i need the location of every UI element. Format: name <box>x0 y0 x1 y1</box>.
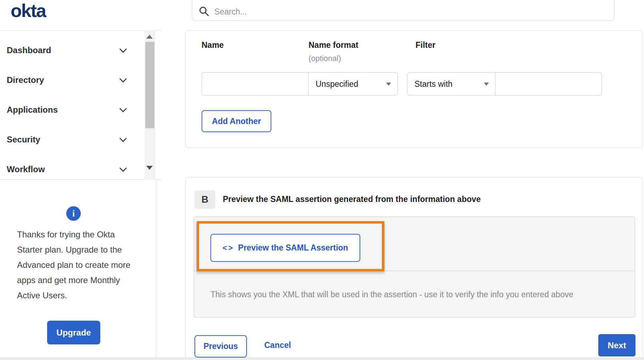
sidebar-item-label: Directory <box>7 75 44 85</box>
preview-button-area: <> Preview the SAML Assertion <box>194 217 635 271</box>
preview-panel: <> Preview the SAML Assertion This shows… <box>194 216 635 317</box>
sidebar-scrollbar-thumb[interactable] <box>145 42 154 128</box>
sidebar-item-applications[interactable]: Applications <box>0 95 161 125</box>
horizontal-scrollbar-strip[interactable] <box>0 358 644 360</box>
name-format-column-label: Name format <box>309 40 358 50</box>
upgrade-message: Thanks for trying the Okta Starter plan.… <box>17 227 136 303</box>
cancel-link[interactable]: Cancel <box>264 341 291 350</box>
chevron-down-icon <box>119 45 127 53</box>
upgrade-panel: i Thanks for trying the Okta Starter pla… <box>0 180 156 360</box>
preview-saml-assertion-button[interactable]: <> Preview the SAML Assertion <box>210 234 360 262</box>
chevron-down-icon <box>119 164 127 172</box>
okta-admin-console: okta Dashboard Directory Applications Se… <box>0 0 644 360</box>
filter-group: Starts with <box>407 72 602 96</box>
sidebar-item-label: Workflow <box>7 164 45 174</box>
name-and-format-group: Unspecified <box>202 72 398 96</box>
sidebar-item-directory[interactable]: Directory <box>0 65 161 95</box>
step-b-badge: B <box>194 190 215 209</box>
sidebar-item-label: Applications <box>7 105 58 115</box>
search-input[interactable] <box>214 7 569 17</box>
sidebar-item-dashboard[interactable]: Dashboard <box>0 35 161 65</box>
chevron-down-icon <box>119 135 127 142</box>
filter-column-label: Filter <box>416 40 435 50</box>
upgrade-button[interactable]: Upgrade <box>47 321 100 344</box>
filter-value-input[interactable] <box>496 72 602 96</box>
sidebar-item-security[interactable]: Security <box>0 125 161 154</box>
chevron-down-icon <box>119 105 127 112</box>
sidebar-item-workflow[interactable]: Workflow <box>0 154 161 180</box>
sidebar-item-label: Dashboard <box>7 45 51 55</box>
preview-help-area: This shows you the XML that will be used… <box>194 271 635 317</box>
name-format-optional-note: (optional) <box>309 54 341 63</box>
global-search[interactable] <box>192 0 615 21</box>
attribute-name-input[interactable] <box>202 72 308 96</box>
preview-button-label: Preview the SAML Assertion <box>238 243 348 253</box>
info-icon: i <box>66 206 81 221</box>
preview-section-heading: Preview the SAML assertion generated fro… <box>223 195 481 204</box>
filter-type-selected-value: Starts with <box>414 79 452 89</box>
attribute-statements-card: Name Name format (optional) Filter Unspe… <box>185 30 643 148</box>
preview-help-text: This shows you the XML that will be used… <box>210 290 573 299</box>
code-brackets-icon: <> <box>222 243 234 253</box>
search-icon <box>199 6 209 17</box>
dropdown-caret-icon <box>484 83 489 86</box>
dropdown-caret-icon <box>386 83 391 86</box>
attribute-row: Unspecified Starts with <box>202 72 630 96</box>
scrollbar-down-arrow-icon[interactable] <box>146 166 153 170</box>
add-another-button[interactable]: Add Another <box>202 110 271 132</box>
name-format-dropdown[interactable]: Unspecified <box>308 72 398 96</box>
filter-type-dropdown[interactable]: Starts with <box>407 72 496 96</box>
chevron-down-icon <box>119 75 127 83</box>
scrollbar-up-arrow-icon[interactable] <box>146 35 153 39</box>
next-button[interactable]: Next <box>598 334 635 356</box>
okta-logo: okta <box>11 0 46 21</box>
name-format-selected-value: Unspecified <box>316 79 358 89</box>
preview-saml-card: B Preview the SAML assertion generated f… <box>185 177 643 360</box>
name-column-label: Name <box>202 40 224 50</box>
previous-button[interactable]: Previous <box>194 335 247 358</box>
sidebar-item-label: Security <box>7 135 40 145</box>
sidebar-nav: Dashboard Directory Applications Securit… <box>0 30 161 180</box>
